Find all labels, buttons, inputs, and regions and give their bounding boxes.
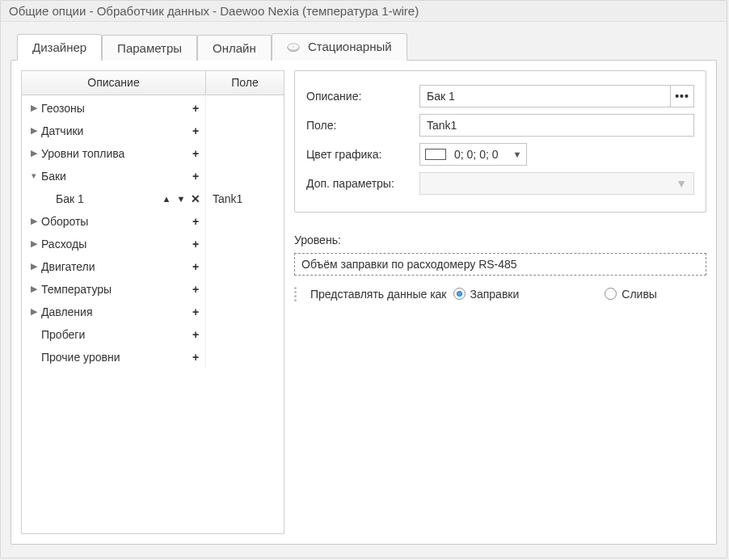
tree-header-field[interactable]: Поле (206, 71, 284, 95)
level-dropzone[interactable]: Объём заправки по расходомеру RS-485 (294, 253, 706, 276)
field-input[interactable] (419, 114, 694, 137)
tree-node-label: Обороты (40, 215, 189, 228)
tab-online[interactable]: Онлайн (197, 35, 272, 61)
window: Общие опции - Обработчик данных - Daewoo… (0, 0, 727, 558)
expand-icon[interactable]: ▶ (28, 125, 40, 136)
chevron-down-icon: ▼ (676, 177, 687, 190)
tree-row-fuel-levels[interactable]: ▶Уровни топлива+ (22, 142, 284, 165)
color-value: 0; 0; 0; 0 (454, 148, 498, 161)
tab-panel: Описание Поле ▶Геозоны+ ▶Датчики+ (11, 60, 717, 545)
add-icon[interactable]: + (189, 351, 202, 364)
tab-strip: Дизайнер Параметры Онлайн Стационарный (17, 33, 717, 61)
properties-panel: Описание: ••• Поле: (284, 70, 706, 534)
expand-icon[interactable]: ▶ (28, 261, 40, 272)
tree-row-tank1[interactable]: ▶ Бак 1 ▲ ▼ ✕ Tank1 (22, 187, 284, 210)
move-down-icon[interactable]: ▼ (175, 192, 188, 205)
label-field: Поле: (306, 119, 419, 132)
move-up-icon[interactable]: ▲ (160, 192, 173, 205)
grip-icon[interactable] (294, 287, 301, 301)
radio-icon (453, 288, 466, 300)
tree-node-label: Уровни топлива (40, 147, 189, 160)
label-description: Описание: (306, 90, 419, 103)
collapse-icon[interactable]: ▾ (28, 171, 40, 181)
tab-label: Стационарный (308, 40, 392, 53)
expand-icon[interactable]: ▶ (28, 103, 40, 113)
svg-point-2 (293, 46, 294, 48)
add-icon[interactable]: + (189, 283, 202, 296)
chevron-down-icon: ▼ (512, 149, 521, 159)
expand-icon[interactable]: ▶ (28, 238, 40, 249)
tree-row-other-levels[interactable]: ▶Прочие уровни+ (22, 346, 284, 368)
radio-label: Сливы (622, 288, 657, 301)
tree-node-label: Расходы (40, 238, 189, 251)
tree-node-label: Бак 1 (40, 192, 160, 205)
spacer: ▶ (28, 352, 40, 362)
tree-node-label: Прочие уровни (40, 351, 189, 364)
extra-params-select: ▼ (419, 172, 694, 195)
disk-icon (287, 41, 300, 55)
color-combo[interactable]: 0; 0; 0; 0 ▼ (419, 143, 527, 166)
add-icon[interactable]: + (189, 238, 202, 251)
delete-icon[interactable]: ✕ (189, 192, 202, 205)
tab-stationary[interactable]: Стационарный (272, 33, 407, 61)
properties-group: Описание: ••• Поле: (294, 70, 706, 213)
tree-row-mileage[interactable]: ▶Пробеги+ (22, 323, 284, 346)
content-area: Дизайнер Параметры Онлайн Стационарный О… (1, 22, 727, 556)
add-icon[interactable]: + (189, 124, 202, 137)
tree-row-temperatures[interactable]: ▶Температуры+ (22, 278, 284, 301)
expand-icon[interactable]: ▶ (28, 284, 40, 294)
tree-row-engines[interactable]: ▶Двигатели+ (22, 255, 284, 278)
tree-row-rpm[interactable]: ▶Обороты+ (22, 210, 284, 233)
tree-node-label: Двигатели (40, 260, 189, 273)
tree-node-label: Температуры (40, 283, 189, 296)
tree-row-tanks[interactable]: ▾Баки+ (22, 165, 284, 187)
radio-drain[interactable]: Сливы (605, 288, 657, 301)
tree-node-label: Баки (40, 170, 189, 183)
description-browse-button[interactable]: ••• (670, 85, 694, 107)
radio-label: Заправки (470, 288, 520, 301)
level-text: Объём заправки по расходомеру RS-485 (301, 258, 517, 271)
tab-label: Онлайн (213, 41, 256, 55)
expand-icon[interactable]: ▶ (28, 216, 40, 226)
tree-row-pressures[interactable]: ▶Давления+ (22, 301, 284, 323)
add-icon[interactable]: + (189, 102, 202, 115)
tree-node-label: Геозоны (40, 102, 189, 115)
label-level: Уровень: (294, 234, 706, 246)
window-title: Общие опции - Обработчик данных - Daewoo… (1, 1, 727, 22)
radio-fill[interactable]: Заправки (453, 288, 520, 301)
tab-parameters[interactable]: Параметры (102, 35, 197, 61)
label-color: Цвет графика: (306, 148, 419, 161)
add-icon[interactable]: + (189, 305, 202, 318)
tree-node-field: Tank1 (213, 192, 242, 205)
tab-label: Дизайнер (32, 40, 86, 54)
tree-row-geozones[interactable]: ▶Геозоны+ (22, 97, 284, 120)
add-icon[interactable]: + (189, 147, 202, 160)
tab-designer[interactable]: Дизайнер (17, 34, 102, 61)
tree-header: Описание Поле (22, 71, 284, 95)
label-represent: Представлять данные как (310, 288, 447, 301)
spacer: ▶ (28, 329, 40, 339)
radio-icon (605, 288, 617, 300)
tree-row-consumption[interactable]: ▶Расходы+ (22, 233, 284, 255)
tab-label: Параметры (117, 41, 182, 55)
spacer: ▶ (28, 193, 40, 204)
expand-icon[interactable]: ▶ (28, 148, 40, 158)
tree-row-sensors[interactable]: ▶Датчики+ (22, 120, 284, 142)
tree-node-label: Датчики (40, 124, 189, 137)
add-icon[interactable]: + (189, 170, 202, 183)
description-input[interactable] (419, 85, 670, 107)
expand-icon[interactable]: ▶ (28, 306, 40, 317)
tree-header-description[interactable]: Описание (22, 71, 206, 95)
add-icon[interactable]: + (189, 215, 202, 228)
tree-panel: Описание Поле ▶Геозоны+ ▶Датчики+ (21, 70, 284, 534)
represent-row: Представлять данные как Заправки Сливы (294, 287, 706, 301)
tree-node-label: Пробеги (40, 328, 189, 341)
add-icon[interactable]: + (189, 260, 202, 273)
add-icon[interactable]: + (189, 328, 202, 341)
color-swatch (425, 149, 446, 160)
tree-body: ▶Геозоны+ ▶Датчики+ ▶Уровни топлива+ (22, 95, 284, 533)
tree-node-label: Давления (40, 305, 189, 318)
label-extra: Доп. параметры: (306, 177, 419, 190)
